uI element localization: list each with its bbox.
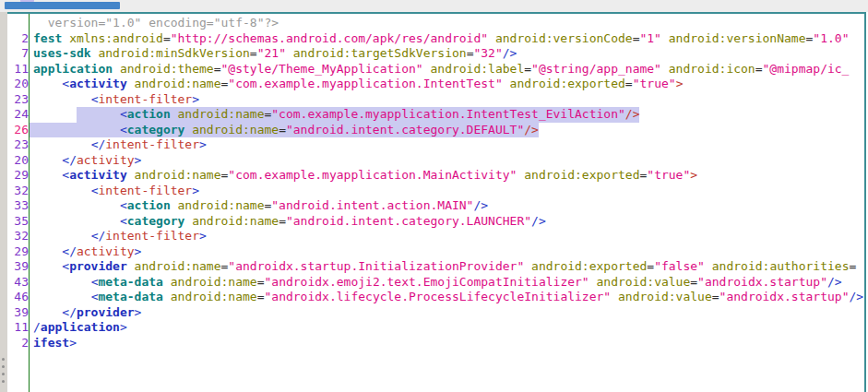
code-token: fest [33, 31, 62, 45]
code-token: android:name [171, 290, 257, 303]
code-token [33, 168, 62, 182]
code-token: category [127, 123, 185, 137]
code-line[interactable]: <category android:name="android.intent.c… [33, 214, 864, 230]
code-line[interactable]: <intent-filter> [33, 184, 864, 199]
code-token: "com.example.myapplication.MainActivity" [228, 168, 517, 182]
code-token: = [524, 62, 531, 76]
code-token: /> [531, 214, 546, 228]
code-token: intent-filter [105, 229, 199, 243]
code-token: android:name [171, 275, 257, 289]
code-token [33, 137, 91, 151]
code-token: /> [473, 198, 488, 212]
code-line[interactable]: fest xmlns:android="http://schemas.andro… [33, 31, 864, 47]
code-token: android:name [135, 168, 221, 182]
code-token: < [62, 168, 69, 182]
code-token: > [676, 77, 684, 90]
code-line[interactable]: <activity android:name="com.example.myap… [33, 77, 864, 92]
code-token [589, 275, 597, 289]
code-token: = [849, 259, 856, 273]
code-token [127, 168, 135, 182]
line-number: 29 [7, 244, 29, 260]
code-token: </ [62, 153, 77, 167]
code-token: </ [91, 229, 106, 243]
code-token: android:targetSdkVersion [293, 46, 467, 60]
code-line[interactable]: <action android:name="com.example.myappl… [33, 107, 864, 123]
code-token: > [135, 244, 142, 258]
code-token: application [33, 62, 113, 76]
code-line[interactable]: </intent-filter> [33, 137, 864, 153]
code-token: "false" [654, 259, 705, 273]
code-token: meta-data [98, 290, 162, 303]
left-splitter[interactable] [0, 12, 7, 392]
code-token: activity [77, 244, 135, 258]
code-token: android:exported [524, 168, 639, 182]
code-token: "com.example.myapplication.IntentTest" [228, 77, 502, 90]
code-token: meta-data [98, 275, 162, 289]
line-number: 33 [7, 198, 29, 214]
code-token: android:exported [531, 259, 647, 273]
code-line[interactable]: </provider> [33, 305, 864, 321]
code-line[interactable]: <category android:name="android.intent.c… [33, 123, 864, 138]
code-token: < [120, 198, 127, 212]
line-number: 23 [7, 92, 29, 108]
code-token: android:name [135, 259, 221, 273]
code-line[interactable]: <action android:name="android.intent.act… [33, 198, 864, 214]
code-line[interactable]: /application> [33, 320, 864, 336]
code-line[interactable]: uses-sdk android:minSdkVersion="21" andr… [33, 46, 864, 62]
code-token: android:versionName [669, 31, 806, 45]
code-token: /> [524, 123, 539, 137]
code-token: > [199, 229, 207, 243]
code-line[interactable]: application android:theme="@style/Theme_… [33, 62, 864, 77]
code-token [62, 31, 69, 45]
xml-editor[interactable]: 271120232426232029323335322939434639112 … [7, 12, 866, 392]
line-number: 24 [7, 107, 29, 123]
code-line[interactable]: </activity> [33, 244, 864, 260]
code-line[interactable]: ifest> [33, 336, 864, 351]
line-number: 39 [7, 259, 29, 275]
code-token: "androidx.startup" [697, 275, 827, 289]
code-area[interactable]: version="1.0" encoding="utf-8"?>fest xml… [30, 14, 864, 392]
code-line[interactable]: </activity> [33, 153, 864, 169]
code-token [33, 92, 91, 106]
line-number: 32 [7, 184, 29, 199]
code-token [661, 62, 669, 76]
splitter-grip[interactable] [2, 358, 5, 389]
scrollbar-thumb[interactable] [5, 2, 120, 9]
line-number: 2 [7, 336, 29, 351]
code-token: = [279, 214, 286, 228]
code-token [127, 259, 135, 273]
code-token: < [120, 214, 127, 228]
code-line[interactable]: <meta-data android:name="androidx.emoji2… [33, 275, 864, 291]
code-token: provider [77, 305, 135, 319]
line-number: 7 [7, 46, 29, 62]
code-token: > [192, 92, 199, 106]
code-line[interactable]: <intent-filter> [33, 92, 864, 108]
code-token: android:value [597, 275, 691, 289]
code-token: = [647, 259, 654, 273]
code-token [524, 259, 531, 273]
code-token: "android.intent.category.DEFAULT" [286, 123, 524, 137]
horizontal-scrollbar[interactable] [0, 0, 868, 12]
line-number: 46 [7, 290, 29, 305]
code-token [127, 77, 135, 90]
code-token: android:theme [120, 62, 214, 76]
code-token: uses-sdk [33, 46, 91, 60]
line-number: 20 [7, 77, 29, 92]
code-token: intent-filter [105, 137, 199, 151]
code-line[interactable]: </intent-filter> [33, 229, 864, 244]
code-token: android:name [192, 214, 279, 228]
code-line[interactable]: <activity android:name="com.example.myap… [33, 168, 864, 184]
code-token: = [625, 77, 633, 90]
code-line[interactable]: version="1.0" encoding="utf-8"?> [33, 16, 864, 31]
line-number: 43 [7, 275, 29, 291]
line-number: 23 [7, 137, 29, 153]
code-token: = [250, 46, 257, 60]
code-token: > [135, 305, 142, 319]
code-line[interactable]: <meta-data android:name="androidx.lifecy… [33, 290, 864, 305]
code-line[interactable]: <provider android:name="androidx.startup… [33, 259, 864, 275]
code-token [33, 153, 62, 167]
code-token [33, 229, 91, 243]
line-number-gutter: 271120232426232029323335322939434639112 [7, 14, 30, 392]
code-token: > [199, 137, 207, 151]
code-token: android:name [178, 107, 265, 121]
